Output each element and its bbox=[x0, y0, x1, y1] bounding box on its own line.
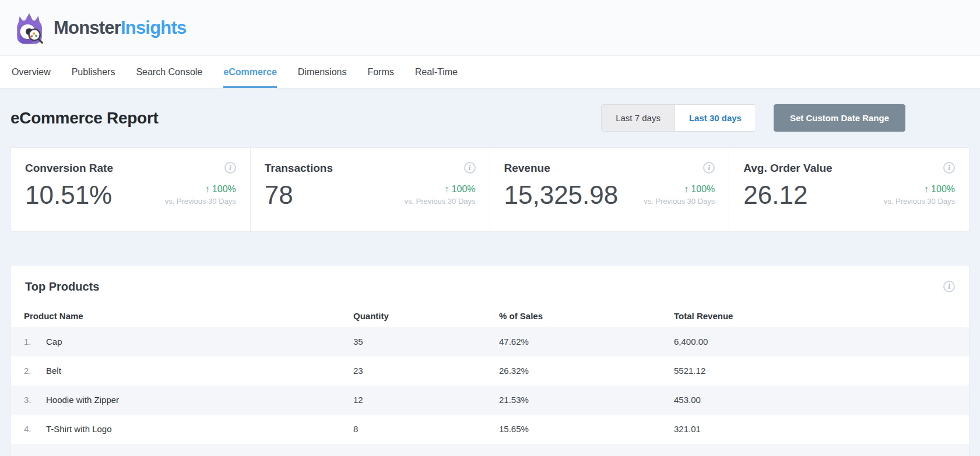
info-icon[interactable]: i bbox=[943, 162, 955, 174]
nav-tab[interactable]: Forms bbox=[367, 56, 394, 88]
table-row: 3. Hoodie with Zipper 12 21.53% 453.00 bbox=[11, 386, 969, 415]
table-row: 2. Belt 23 26.32% 5521.12 bbox=[11, 356, 969, 386]
metric-change: ↑ 100% bbox=[165, 184, 236, 195]
up-arrow-icon: ↑ bbox=[924, 184, 929, 194]
logo-wordmark-monster: Monster bbox=[54, 17, 121, 38]
product-name-cell: 2. Belt bbox=[24, 366, 353, 376]
quantity-cell: 12 bbox=[353, 395, 499, 405]
pct-of-sales-cell: 47.62% bbox=[499, 337, 674, 347]
product-name: T-Shirt with Logo bbox=[46, 424, 112, 434]
metrics-row: Conversion Rate i 10.51% ↑ 100% vs. Prev… bbox=[10, 147, 970, 232]
logo-wordmark: MonsterInsights bbox=[54, 17, 186, 38]
top-products-header: Top Products i bbox=[11, 266, 969, 305]
top-products-card: Top Products i Product NameQuantity% of … bbox=[10, 265, 970, 456]
app-header: MonsterInsights bbox=[0, 0, 980, 55]
metric-change-value: 100% bbox=[452, 184, 476, 194]
top-products-table: Product NameQuantity% of SalesTotal Reve… bbox=[11, 305, 969, 456]
pct-of-sales-cell: 26.32% bbox=[499, 366, 674, 376]
row-rank: 4. bbox=[24, 424, 46, 434]
metric-vs-label: vs. Previous 30 Days bbox=[884, 197, 955, 206]
table-header-row: Product NameQuantity% of SalesTotal Reve… bbox=[11, 305, 969, 327]
row-rank: 3. bbox=[24, 395, 46, 405]
total-revenue-cell: 6,400.00 bbox=[674, 337, 956, 347]
metric-card: Avg. Order Value i 26.12 ↑ 100% vs. Prev… bbox=[729, 148, 969, 231]
metric-comparison: ↑ 100% vs. Previous 30 Days bbox=[644, 184, 715, 206]
metric-card: Transactions i 78 ↑ 100% vs. Previous 30… bbox=[251, 148, 490, 231]
total-revenue-cell: 453.00 bbox=[674, 395, 956, 405]
column-header: Product Name bbox=[24, 311, 353, 321]
nav-tab[interactable]: Publishers bbox=[72, 56, 115, 88]
nav-tab[interactable]: Search Console bbox=[136, 56, 202, 88]
row-rank: 2. bbox=[24, 366, 46, 376]
up-arrow-icon: ↑ bbox=[205, 184, 209, 194]
metric-change-value: 100% bbox=[212, 184, 236, 194]
product-name: Cap bbox=[46, 337, 62, 347]
table-row: 4. T-Shirt with Logo 8 15.65% 321.01 bbox=[11, 415, 969, 444]
nav-tab[interactable]: Dimensions bbox=[298, 56, 347, 88]
nav-tab[interactable]: eCommerce bbox=[223, 56, 277, 88]
report-header: eCommerce Report Last 7 daysLast 30 days… bbox=[10, 104, 970, 132]
metric-comparison: ↑ 100% vs. Previous 30 Days bbox=[165, 184, 236, 206]
product-name-cell: 4. T-Shirt with Logo bbox=[24, 424, 353, 434]
metric-change: ↑ 100% bbox=[644, 184, 715, 195]
date-range-toggle: Last 7 daysLast 30 days bbox=[601, 104, 756, 132]
quantity-cell: 8 bbox=[353, 424, 499, 434]
monsterinsights-logo: MonsterInsights bbox=[13, 11, 186, 45]
info-icon[interactable]: i bbox=[464, 162, 476, 174]
table-row-partial bbox=[11, 444, 969, 456]
column-header: % of Sales bbox=[499, 311, 674, 321]
nav-tab[interactable]: Real-Time bbox=[415, 56, 458, 88]
date-range-option[interactable]: Last 7 days bbox=[602, 105, 675, 131]
pct-of-sales-cell: 21.53% bbox=[499, 395, 674, 405]
metric-card-header: Conversion Rate i bbox=[25, 162, 236, 175]
report-nav: OverviewPublishersSearch ConsoleeCommerc… bbox=[0, 55, 980, 89]
row-rank: 1. bbox=[24, 337, 46, 347]
info-icon[interactable]: i bbox=[224, 162, 236, 174]
metric-comparison: ↑ 100% vs. Previous 30 Days bbox=[404, 184, 475, 206]
metric-card: Conversion Rate i 10.51% ↑ 100% vs. Prev… bbox=[11, 148, 251, 231]
total-revenue-cell: 5521.12 bbox=[674, 366, 956, 376]
metric-change-value: 100% bbox=[691, 184, 715, 194]
quantity-cell: 23 bbox=[353, 366, 499, 376]
metric-vs-label: vs. Previous 30 Days bbox=[165, 197, 236, 206]
metric-card: Revenue i 15,325.98 ↑ 100% vs. Previous … bbox=[490, 148, 730, 231]
table-row: 1. Cap 35 47.62% 6,400.00 bbox=[11, 327, 969, 356]
monster-mascot-icon bbox=[13, 11, 47, 45]
report-content: eCommerce Report Last 7 daysLast 30 days… bbox=[0, 104, 980, 456]
table-body: 1. Cap 35 47.62% 6,400.00 2. Belt 23 26.… bbox=[11, 327, 969, 444]
product-name-cell: 3. Hoodie with Zipper bbox=[24, 395, 353, 405]
metric-vs-label: vs. Previous 30 Days bbox=[644, 197, 715, 206]
product-name: Hoodie with Zipper bbox=[46, 395, 119, 405]
date-controls: Last 7 daysLast 30 days Set Custom Date … bbox=[601, 104, 905, 132]
info-icon[interactable]: i bbox=[943, 281, 955, 292]
metric-card-header: Transactions i bbox=[265, 162, 476, 175]
metric-card-header: Avg. Order Value i bbox=[743, 162, 955, 175]
metric-title: Transactions bbox=[265, 162, 333, 175]
quantity-cell: 35 bbox=[353, 337, 499, 347]
product-name-cell: 1. Cap bbox=[24, 337, 353, 347]
product-name: Belt bbox=[46, 366, 61, 376]
metric-title: Revenue bbox=[504, 162, 550, 175]
up-arrow-icon: ↑ bbox=[684, 184, 689, 194]
metric-title: Conversion Rate bbox=[25, 162, 113, 175]
top-products-title: Top Products bbox=[25, 280, 99, 294]
total-revenue-cell: 321.01 bbox=[674, 424, 956, 434]
pct-of-sales-cell: 15.65% bbox=[499, 424, 674, 434]
date-range-option[interactable]: Last 30 days bbox=[675, 105, 756, 131]
metric-change: ↑ 100% bbox=[404, 184, 475, 195]
logo-wordmark-insights: Insights bbox=[121, 17, 186, 38]
metric-change: ↑ 100% bbox=[884, 184, 955, 195]
column-header: Quantity bbox=[353, 311, 499, 321]
up-arrow-icon: ↑ bbox=[444, 184, 449, 194]
metric-comparison: ↑ 100% vs. Previous 30 Days bbox=[884, 184, 955, 206]
metric-change-value: 100% bbox=[931, 184, 955, 194]
set-custom-date-range-button[interactable]: Set Custom Date Range bbox=[774, 104, 905, 132]
metric-card-header: Revenue i bbox=[504, 162, 715, 175]
column-header: Total Revenue bbox=[674, 311, 956, 321]
nav-tab[interactable]: Overview bbox=[12, 56, 51, 88]
metric-vs-label: vs. Previous 30 Days bbox=[404, 197, 475, 206]
page-title: eCommerce Report bbox=[10, 109, 159, 128]
metric-title: Avg. Order Value bbox=[743, 162, 832, 175]
info-icon[interactable]: i bbox=[703, 162, 715, 174]
